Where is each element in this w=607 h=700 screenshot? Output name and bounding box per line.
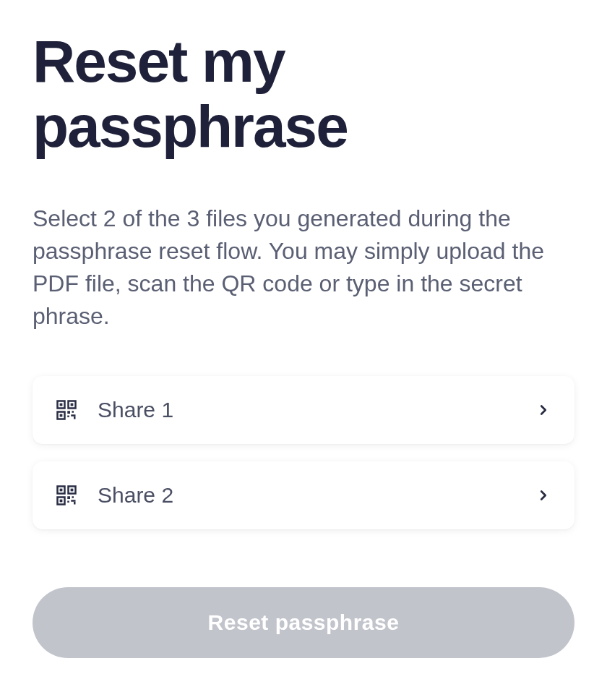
svg-rect-19 (67, 500, 69, 503)
share-list: Share 1 (33, 376, 574, 529)
svg-rect-9 (71, 414, 75, 417)
svg-rect-17 (67, 496, 70, 499)
svg-rect-10 (74, 416, 76, 419)
chevron-right-icon (535, 487, 551, 503)
instructions-text: Select 2 of the 3 files you generated du… (33, 202, 574, 332)
chevron-right-icon (535, 402, 551, 418)
svg-rect-18 (72, 496, 74, 498)
svg-rect-7 (72, 411, 74, 413)
svg-rect-16 (60, 499, 63, 502)
share-item-1[interactable]: Share 1 (33, 376, 574, 444)
share-item-2[interactable]: Share 2 (33, 461, 574, 529)
svg-rect-1 (60, 403, 63, 406)
svg-rect-8 (67, 415, 69, 417)
qr-code-icon (56, 485, 77, 506)
svg-rect-21 (74, 501, 76, 504)
svg-rect-12 (60, 488, 63, 491)
svg-rect-20 (71, 500, 75, 502)
share-label: Share 2 (98, 483, 173, 508)
page-title: Reset my passphrase (33, 29, 574, 159)
svg-rect-3 (71, 403, 74, 406)
svg-rect-14 (71, 488, 74, 491)
svg-rect-6 (67, 411, 70, 414)
reset-passphrase-button[interactable]: Reset passphrase (33, 587, 574, 658)
qr-code-icon (56, 399, 77, 421)
share-item-left: Share 1 (56, 398, 173, 422)
share-label: Share 1 (98, 398, 173, 422)
svg-rect-5 (60, 414, 63, 417)
share-item-left: Share 2 (56, 483, 173, 508)
